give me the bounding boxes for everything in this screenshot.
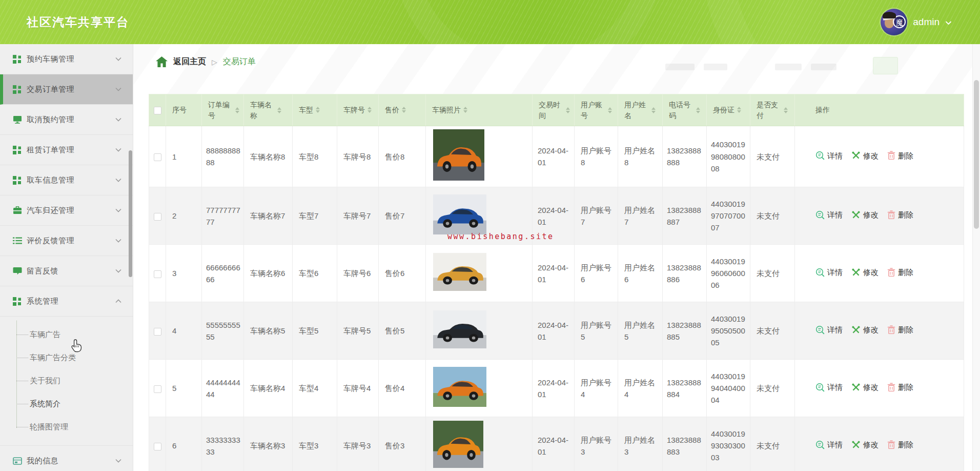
sort-icon[interactable]	[235, 107, 239, 113]
home-icon[interactable]	[156, 56, 168, 67]
grid-icon	[12, 176, 22, 185]
cell-price: 售价3	[379, 417, 426, 471]
table-row: 18888888888车辆名称8车型8车牌号8售价8 2024-04-01用户账…	[149, 126, 964, 187]
breadcrumb-home-link[interactable]: 返回主页	[173, 56, 206, 67]
sort-icon[interactable]	[277, 107, 281, 113]
col-header-id_card[interactable]: 身份证	[707, 94, 750, 126]
sort-icon[interactable]	[402, 107, 406, 113]
sidebar-scrollbar[interactable]	[129, 150, 132, 277]
edit-button[interactable]: 修改	[851, 439, 879, 450]
row-checkbox[interactable]	[154, 213, 161, 221]
sort-icon[interactable]	[463, 107, 467, 113]
col-header-car_name[interactable]: 车辆名称	[244, 94, 293, 126]
faded-search-button[interactable]	[873, 57, 898, 74]
delete-button[interactable]: 删除	[887, 381, 913, 393]
action-label: 删除	[898, 266, 913, 278]
sidebar-item-我的信息[interactable]: 我的信息	[0, 446, 133, 471]
sidebar-item-label: 租赁订单管理	[27, 145, 74, 155]
col-header-photo[interactable]: 车辆照片	[426, 94, 533, 126]
sidebar-subitem-关于我们[interactable]: 关于我们	[0, 369, 133, 392]
cell-photo	[426, 245, 533, 302]
cell-index: 3	[166, 245, 202, 302]
col-header-price[interactable]: 售价	[379, 94, 426, 126]
sidebar-subitem-车辆广告分类[interactable]: 车辆广告分类	[0, 346, 133, 369]
cell-id-card: 440300199505050005	[707, 302, 750, 360]
scrollbar-thumb[interactable]	[974, 80, 979, 229]
page-scrollbar[interactable]	[972, 44, 980, 471]
sidebar-item-租赁订单管理[interactable]: 租赁订单管理	[0, 135, 133, 165]
row-checkbox[interactable]	[154, 385, 161, 393]
detail-button[interactable]: 详情	[815, 209, 843, 221]
col-header-car_model[interactable]: 车型	[293, 94, 337, 126]
delete-button[interactable]: 删除	[887, 266, 913, 278]
sort-icon[interactable]	[696, 107, 700, 113]
detail-button[interactable]: 详情	[815, 150, 843, 162]
row-checkbox[interactable]	[154, 270, 161, 278]
sidebar-item-评价反馈管理[interactable]: 评价反馈管理	[0, 226, 133, 256]
cell-car-model: 车型4	[293, 360, 337, 417]
delete-button[interactable]: 删除	[887, 324, 913, 336]
col-header-order_no[interactable]: 订单编号	[202, 94, 244, 126]
select-all-checkbox[interactable]	[154, 107, 161, 114]
col-header-user_name[interactable]: 用户姓名	[618, 94, 663, 126]
edit-button[interactable]: 修改	[851, 324, 879, 336]
user-menu[interactable]: 魔 admin	[881, 9, 952, 35]
sidebar-subitem-轮播图管理[interactable]: 轮播图管理	[0, 415, 133, 438]
sort-icon[interactable]	[566, 107, 570, 113]
cell-photo	[426, 126, 533, 187]
cell-user-name: 用户姓名5	[618, 302, 663, 360]
detail-button[interactable]: 详情	[815, 324, 843, 336]
car-photo	[433, 310, 486, 348]
sort-icon[interactable]	[784, 107, 788, 113]
delete-button[interactable]: 删除	[887, 209, 913, 221]
col-header-phone[interactable]: 电话号码	[663, 94, 707, 126]
row-checkbox[interactable]	[154, 328, 161, 336]
faded-search-label	[775, 64, 802, 70]
detail-button[interactable]: 详情	[815, 439, 843, 450]
cell-trade-time: 2024-04-01	[533, 417, 575, 471]
edit-button[interactable]: 修改	[851, 209, 879, 221]
edit-button[interactable]: 修改	[851, 381, 879, 393]
col-header-pay_status[interactable]: 是否支付	[750, 94, 795, 126]
edit-button[interactable]: 修改	[851, 150, 879, 162]
cell-id-card: 440300199808080008	[707, 126, 750, 187]
row-checkbox[interactable]	[154, 153, 161, 161]
col-header-user_account[interactable]: 用户账号	[575, 94, 618, 126]
cell-user-account: 用户账号8	[575, 126, 618, 187]
sort-icon[interactable]	[316, 107, 320, 113]
sidebar-item-取消预约管理[interactable]: 取消预约管理	[0, 105, 133, 135]
col-header-trade_time[interactable]: 交易时间	[533, 94, 575, 126]
sidebar-item-label: 预约车辆管理	[27, 54, 74, 64]
sort-icon[interactable]	[368, 107, 372, 113]
sidebar-item-留言反馈[interactable]: 留言反馈	[0, 256, 133, 286]
row-checkbox[interactable]	[154, 443, 161, 450]
sidebar-item-系统管理[interactable]: 系统管理	[0, 286, 133, 317]
col-header-plate_no[interactable]: 车牌号	[337, 94, 379, 126]
sidebar-item-取车信息管理[interactable]: 取车信息管理	[0, 165, 133, 195]
cell-user-name: 用户姓名6	[618, 245, 663, 302]
cell-price: 售价4	[379, 360, 426, 417]
delete-button[interactable]: 删除	[887, 439, 913, 450]
detail-button[interactable]: 详情	[815, 381, 843, 393]
sidebar-subitem-车辆广告[interactable]: 车辆广告	[0, 323, 133, 346]
cell-user-name: 用户姓名3	[618, 417, 663, 471]
sort-icon[interactable]	[737, 107, 741, 113]
sidebar-item-label: 评价反馈管理	[27, 236, 74, 246]
cell-pay-status: 未支付	[750, 126, 795, 187]
col-header-label: 车牌号	[343, 105, 365, 115]
detail-button[interactable]: 详情	[815, 266, 843, 278]
avatar-glyph: 魔	[893, 15, 906, 28]
sidebar-subitem-系统简介[interactable]: 系统简介	[0, 392, 133, 415]
sidebar-item-预约车辆管理[interactable]: 预约车辆管理	[0, 44, 133, 74]
avatar[interactable]: 魔	[881, 9, 907, 35]
cell-price: 售价8	[379, 126, 426, 187]
sidebar-item-label: 留言反馈	[27, 266, 58, 276]
action-label: 删除	[898, 209, 913, 221]
row-checkbox-cell	[149, 126, 166, 187]
delete-button[interactable]: 删除	[887, 150, 913, 162]
sort-icon[interactable]	[608, 107, 612, 113]
sidebar-item-交易订单管理[interactable]: 交易订单管理	[0, 74, 133, 105]
sidebar-item-汽车归还管理[interactable]: 汽车归还管理	[0, 195, 133, 226]
edit-button[interactable]: 修改	[851, 266, 879, 278]
sort-icon[interactable]	[651, 107, 656, 113]
